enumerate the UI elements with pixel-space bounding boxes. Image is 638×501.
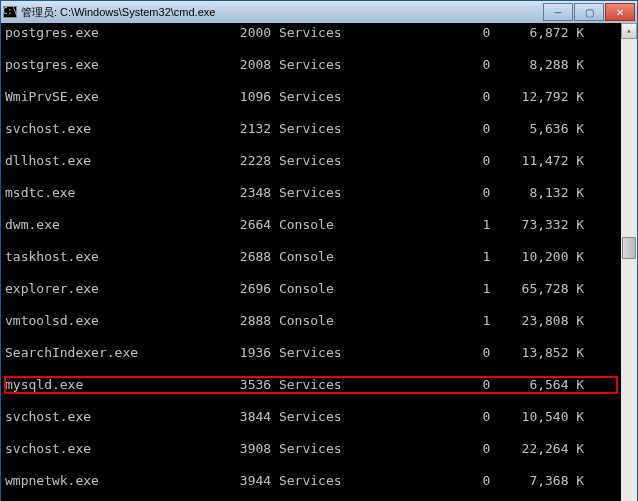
window-buttons: ─ ▢ ✕	[543, 3, 635, 21]
table-row: svchost.exe 3844 Services 0 10,540 K	[5, 409, 617, 425]
table-row: dllhost.exe 2228 Services 0 11,472 K	[5, 153, 617, 169]
console-body: postgres.exe 2000 Services 0 6,872 K pos…	[1, 23, 637, 501]
table-row: WmiPrvSE.exe 1096 Services 0 12,792 K	[5, 89, 617, 105]
table-row: msdtc.exe 2348 Services 0 8,132 K	[5, 185, 617, 201]
scroll-track[interactable]	[621, 39, 637, 501]
scroll-up-button[interactable]: ▴	[621, 23, 637, 39]
table-row: svchost.exe 2132 Services 0 5,636 K	[5, 121, 617, 137]
maximize-button[interactable]: ▢	[574, 3, 604, 21]
close-button[interactable]: ✕	[605, 3, 635, 21]
table-row: wmpnetwk.exe 3944 Services 0 7,368 K	[5, 473, 617, 489]
titlebar[interactable]: C:\ 管理员: C:\Windows\System32\cmd.exe ─ ▢…	[1, 1, 637, 23]
table-row: taskhost.exe 2688 Console 1 10,200 K	[5, 249, 617, 265]
scroll-thumb[interactable]	[622, 237, 636, 259]
table-row: explorer.exe 2696 Console 1 65,728 K	[5, 281, 617, 297]
table-row: postgres.exe 2000 Services 0 6,872 K	[5, 25, 617, 41]
table-row: svchost.exe 3908 Services 0 22,264 K	[5, 441, 617, 457]
table-row: vmtoolsd.exe 2888 Console 1 23,808 K	[5, 313, 617, 329]
table-row: mysqld.exe 3536 Services 0 6,564 K	[5, 377, 617, 393]
window-title: 管理员: C:\Windows\System32\cmd.exe	[21, 5, 215, 20]
table-row: postgres.exe 2008 Services 0 8,288 K	[5, 57, 617, 73]
vertical-scrollbar[interactable]: ▴ ▾	[621, 23, 637, 501]
cmd-icon: C:\	[3, 6, 17, 18]
console-content[interactable]: postgres.exe 2000 Services 0 6,872 K pos…	[1, 23, 621, 501]
table-row: SearchIndexer.exe 1936 Services 0 13,852…	[5, 345, 617, 361]
cmd-window: C:\ 管理员: C:\Windows\System32\cmd.exe ─ ▢…	[0, 0, 638, 501]
table-row: dwm.exe 2664 Console 1 73,332 K	[5, 217, 617, 233]
minimize-button[interactable]: ─	[543, 3, 573, 21]
